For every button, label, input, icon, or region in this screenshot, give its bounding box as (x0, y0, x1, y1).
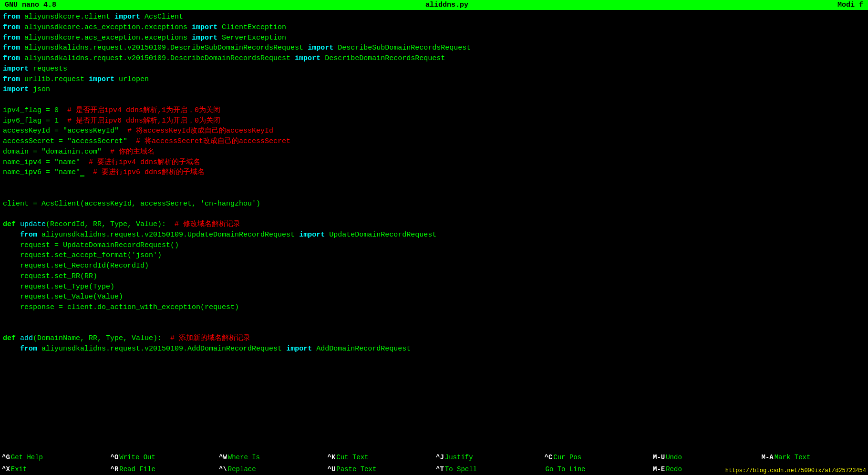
label-mark-text: Mark Text (775, 454, 811, 461)
label-redo: Redo (666, 465, 682, 473)
label-replace: Replace (228, 465, 256, 473)
label-read-file: Read File (119, 465, 155, 473)
label-get-help: Get Help (11, 454, 43, 461)
shortcut-exit[interactable]: ^X Exit (0, 465, 109, 473)
shortcut-undo[interactable]: M-U Undo (651, 454, 760, 461)
shortcut-go-to-line[interactable]: Go To Line (543, 465, 651, 473)
shortcut-key-ma: M-A (762, 454, 774, 461)
shortcut-key-mu: M-U (653, 454, 665, 461)
shortcut-get-help[interactable]: ^G Get Help (0, 454, 109, 461)
shortcut-justify[interactable]: ^J Justify (434, 454, 543, 461)
title-bar: GNU nano 4.8 aliddns.py Modi f (0, 0, 868, 10)
shortcut-to-spell[interactable]: ^T To Spell (434, 465, 543, 473)
shortcut-key-t: ^T (436, 465, 444, 473)
label-exit: Exit (11, 465, 27, 473)
label-where-is: Where Is (228, 454, 260, 461)
shortcut-key-r: ^R (111, 465, 119, 473)
label-go-to-line: Go To Line (546, 465, 586, 473)
shortcut-key-g: ^G (2, 454, 10, 461)
shortcut-key-k: ^K (328, 454, 336, 461)
shortcut-read-file[interactable]: ^R Read File (109, 465, 217, 473)
label-write-out: Write Out (119, 454, 155, 461)
title-filename: aliddns.py (425, 1, 468, 9)
shortcut-where-is[interactable]: ^W Where Is (217, 454, 326, 461)
label-cut-text: Cut Text (336, 454, 368, 461)
shortcut-key-w: ^W (219, 454, 227, 461)
shortcut-key-j: ^J (436, 454, 444, 461)
label-justify: Justify (445, 454, 473, 461)
shortcut-write-out[interactable]: ^O Write Out (109, 454, 217, 461)
bottom-row-1: ^G Get Help ^O Write Out ^W Where Is ^K … (0, 451, 868, 463)
label-paste-text: Paste Text (336, 465, 376, 473)
title-app: GNU nano 4.8 (5, 1, 56, 9)
label-to-spell: To Spell (445, 465, 477, 473)
shortcut-cur-pos[interactable]: ^C Cur Pos (543, 454, 651, 461)
url-bar: https://blog.csdn.net/5000ix/at/d2572345… (723, 466, 868, 475)
shortcut-key-backslash: ^\ (219, 465, 227, 473)
shortcut-paste-text[interactable]: ^U Paste Text (326, 465, 434, 473)
shortcut-key-o: ^O (111, 454, 119, 461)
shortcut-key-u: ^U (328, 465, 336, 473)
shortcut-cut-text[interactable]: ^K Cut Text (326, 454, 434, 461)
shortcut-key-me: M-E (653, 465, 665, 473)
label-undo: Undo (666, 454, 682, 461)
shortcut-key-c: ^C (545, 454, 553, 461)
code-area[interactable]: from aliyunsdkcore.client import AcsClie… (0, 10, 868, 449)
title-modified: Modi f (837, 1, 863, 9)
shortcut-replace[interactable]: ^\ Replace (217, 465, 326, 473)
label-cur-pos: Cur Pos (553, 454, 581, 461)
shortcut-key-x: ^X (2, 465, 10, 473)
shortcut-mark-text[interactable]: M-A Mark Text (760, 454, 868, 461)
